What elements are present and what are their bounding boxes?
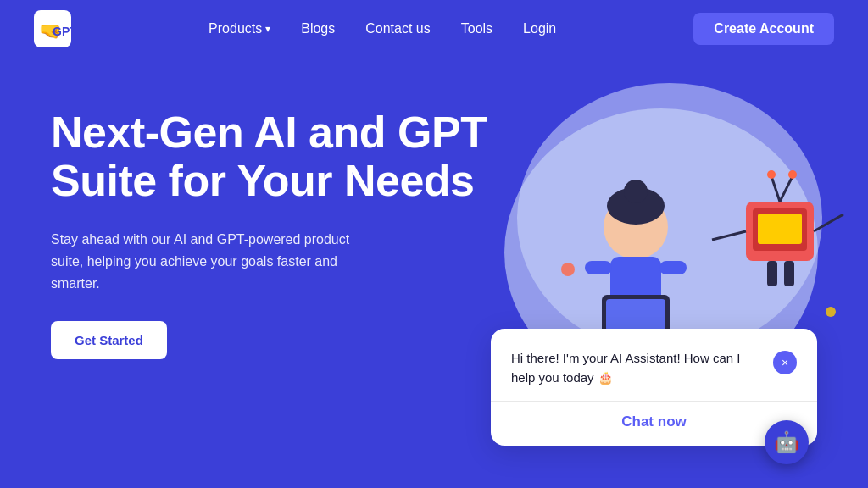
robot-fab-button[interactable]: 🤖 <box>765 420 809 464</box>
svg-line-23 <box>814 214 843 231</box>
nav-blogs[interactable]: Blogs <box>301 21 335 36</box>
nav-contact[interactable]: Contact us <box>365 21 430 36</box>
hero-section: Next-Gen AI and GPT Suite for Your Needs… <box>0 58 868 488</box>
logo[interactable]: 🤜 GPT <box>34 10 71 47</box>
chat-message-text: Hi there! I'm your AI Assistant! How can… <box>511 349 763 387</box>
svg-point-19 <box>788 170 797 179</box>
nav-tools[interactable]: Tools <box>461 21 492 36</box>
svg-rect-12 <box>606 299 665 331</box>
chat-message-area: Hi there! I'm your AI Assistant! How can… <box>491 329 817 401</box>
nav-links: Products ▾ Blogs Contact us Tools Login <box>209 21 556 36</box>
svg-rect-15 <box>758 214 802 244</box>
svg-rect-20 <box>767 261 777 286</box>
svg-point-25 <box>826 307 836 317</box>
products-chevron-icon: ▾ <box>265 23 270 35</box>
svg-rect-21 <box>784 261 794 286</box>
chat-widget: Hi there! I'm your AI Assistant! How can… <box>491 329 817 446</box>
svg-point-24 <box>561 263 575 276</box>
navbar: 🤜 GPT Products ▾ Blogs Contact us Tools … <box>0 0 868 58</box>
svg-point-18 <box>767 170 776 179</box>
svg-rect-10 <box>659 261 687 274</box>
get-started-button[interactable]: Get Started <box>51 321 167 359</box>
hero-title: Next-Gen AI and GPT Suite for Your Needs <box>51 108 492 205</box>
nav-products[interactable]: Products ▾ <box>209 21 270 36</box>
create-account-button[interactable]: Create Account <box>693 13 834 45</box>
products-label: Products <box>209 21 262 36</box>
chat-close-button[interactable]: × <box>773 351 797 374</box>
robot-fab-icon: 🤖 <box>774 430 799 454</box>
hero-left: Next-Gen AI and GPT Suite for Your Needs… <box>51 92 492 359</box>
chat-now-button[interactable]: Chat now <box>621 413 687 430</box>
svg-point-7 <box>624 180 648 203</box>
svg-rect-9 <box>585 261 612 274</box>
nav-login[interactable]: Login <box>523 21 556 36</box>
hero-right: Hi there! I'm your AI Assistant! How can… <box>492 92 826 488</box>
svg-text:GPT: GPT <box>53 25 71 38</box>
hero-subtitle: Stay ahead with our AI and GPT-powered p… <box>51 229 356 294</box>
